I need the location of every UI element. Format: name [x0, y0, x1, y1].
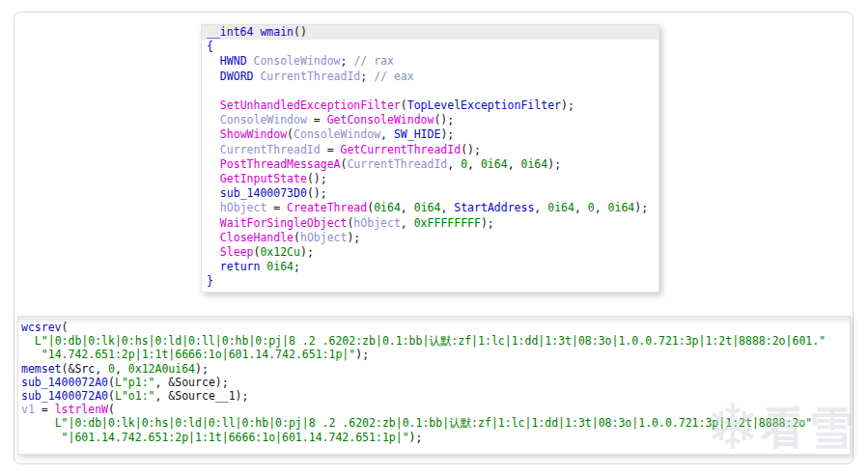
code-token-num: 0i64 — [266, 260, 294, 273]
code-token-loc: hObject — [353, 216, 400, 230]
code-line: L"|0:db|0:lk|0:hs|0:ld|0:ll|0:hb|0:pj|8 … — [21, 334, 850, 348]
code-token-imp: Sleep — [220, 245, 254, 259]
code-token-num: 0i64 — [521, 157, 548, 171]
code-token-num: 0 — [588, 201, 595, 214]
code-token-pl: () — [294, 25, 307, 39]
code-token-pl — [207, 113, 220, 126]
code-token-pl: = — [266, 201, 287, 214]
code-token-num: 0x12Cu — [260, 245, 300, 259]
code-token-pl: , — [401, 216, 414, 230]
code-token-num: 0xFFFFFFFF — [414, 216, 481, 230]
code-token-pl: ( — [294, 231, 300, 244]
code-token-num: 0i64 — [608, 201, 635, 214]
code-line: CloseHandle(hObject); — [207, 231, 658, 245]
code-token-imp: PostThreadMessageA — [220, 157, 341, 171]
code-token-imp: ShowWindow — [220, 127, 287, 141]
code-token-pl: (&Src, — [62, 362, 108, 376]
code-token-pl: (); — [461, 143, 481, 156]
code-token-kw: wcsrev — [21, 321, 62, 334]
code-token-num: 0i64 — [374, 201, 401, 214]
code-line: wcsrev( — [21, 321, 850, 334]
code-token-pl: ; — [341, 54, 354, 68]
code-token-pl: ); — [300, 245, 314, 259]
code-line: "14.742.651:2p|1:1t|6666:1o|601.14.742.6… — [21, 348, 850, 361]
code-token-kw: StartAddress — [454, 201, 534, 214]
code-token-loc: ConsoleWindow — [294, 127, 380, 141]
code-token-pl: ); — [481, 216, 494, 230]
code-token-pl — [207, 216, 220, 230]
code-token-loc: hObject — [300, 231, 347, 244]
code-token-pl: = — [307, 113, 327, 126]
code-token-pl: ( — [108, 403, 115, 416]
code-token-pl: ); — [547, 157, 561, 171]
code-line: ShowWindow(ConsoleWindow, SW_HIDE); — [207, 127, 658, 142]
code-line: L"|0:db|0:lk|0:hs|0:ld|0:ll|0:hb|0:pj|8 … — [21, 416, 850, 430]
code-token-pl: ( — [108, 389, 115, 403]
code-token-imp: CreateThread — [287, 201, 367, 214]
code-token-num: 0i64 — [481, 157, 508, 171]
code-line: ConsoleWindow = GetConsoleWindow(); — [207, 113, 658, 127]
code-token-imp: GetCurrentThreadId — [341, 143, 462, 156]
code-token-kw: TopLevelExceptionFilter — [407, 98, 561, 112]
code-token-pl: , — [440, 201, 454, 214]
code-token-pl — [207, 231, 220, 244]
code-token-pl — [21, 348, 42, 361]
code-line: memset(&Src, 0, 0x12A0ui64); — [21, 362, 850, 376]
code-token-str: L"p1:" — [115, 376, 155, 389]
code-line: WaitForSingleObject(hObject, 0xFFFFFFFF)… — [207, 216, 658, 231]
code-token-pl — [207, 172, 220, 185]
code-token-pl: ); — [634, 201, 648, 214]
code-token-str: "|601.14.742.651:2p|1:1t|6666:1o|601.14.… — [62, 431, 409, 444]
code-line: hObject = CreateThread(0i64, 0i64, Start… — [207, 201, 658, 215]
code-token-pl: ( — [108, 376, 115, 389]
decompiler-pseudocode-panel: __int64 wmain(){ HWND ConsoleWindow; // … — [201, 24, 659, 293]
code-token-pl: , — [447, 157, 461, 171]
code-line: "|601.14.742.651:2p|1:1t|6666:1o|601.14.… — [21, 431, 850, 444]
code-line: sub_1400072A0(L"p1:", &Source); — [21, 376, 850, 389]
code-token-pl: , — [401, 201, 414, 214]
code-token-pl: , — [574, 201, 588, 214]
code-token-pl: ); — [355, 348, 369, 361]
code-token-com: // rax — [353, 54, 394, 68]
code-token-str: L"|0:db|0:lk|0:hs|0:ld|0:ll|0:hb|0:pj|8 … — [55, 416, 813, 430]
code-token-kw: sub_1400073D0 — [220, 186, 307, 200]
code-token-pl — [207, 127, 220, 141]
code-line: HWND ConsoleWindow; // rax — [207, 54, 658, 69]
code-token-num: 0x12A0ui64 — [128, 362, 195, 376]
code-token-pl: ); — [561, 98, 574, 112]
code-token-pl: , — [115, 362, 128, 376]
code-token-loc: hObject — [220, 201, 266, 214]
code-token-kw: } — [207, 274, 213, 288]
code-token-kw: __int64 — [207, 25, 253, 39]
code-line: v1 = lstrlenW( — [21, 403, 850, 416]
code-line: CurrentThreadId = GetCurrentThreadId(); — [207, 143, 658, 157]
code-token-kw: sub_1400072A0 — [21, 376, 108, 389]
code-token-imp: lstrlenW — [55, 403, 108, 416]
code-token-pl: ( — [401, 98, 407, 112]
code-token-pl — [207, 143, 220, 156]
code-token-pl — [207, 70, 220, 83]
code-token-pl — [247, 54, 254, 68]
code-line: __int64 wmain() — [202, 25, 658, 40]
code-line: GetInputState(); — [207, 172, 658, 186]
code-token-pl: (); — [307, 186, 327, 200]
code-line: sub_1400073D0(); — [207, 186, 658, 201]
code-token-pl — [207, 201, 220, 214]
code-token-kw: memset — [21, 362, 62, 376]
code-token-pl: ); — [440, 127, 454, 141]
code-token-imp: GetConsoleWindow — [327, 113, 434, 126]
code-token-str: L"|0:db|0:lk|0:hs|0:ld|0:ll|0:hb|0:pj|8 … — [35, 334, 826, 348]
code-token-pl: , — [508, 157, 521, 171]
code-token-pl: = — [35, 403, 55, 416]
code-line — [207, 84, 658, 98]
code-token-pl: , — [595, 201, 608, 214]
code-token-pl: , — [380, 127, 394, 141]
code-token-pl: ); — [195, 362, 209, 376]
code-token-pl: (); — [434, 113, 454, 126]
code-token-imp: CloseHandle — [220, 231, 294, 244]
code-token-num: 0 — [108, 362, 115, 376]
code-token-pl: = — [321, 143, 341, 156]
code-token-pl — [207, 186, 220, 200]
code-token-kw: sub_1400072A0 — [21, 389, 108, 403]
code-token-kw: wmain — [260, 25, 294, 39]
